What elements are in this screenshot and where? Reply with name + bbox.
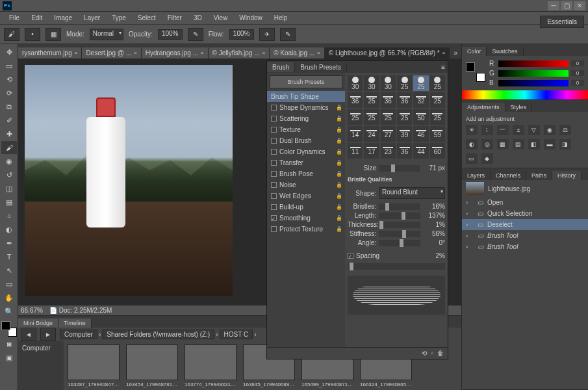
spacing-value[interactable]: 2%	[423, 252, 445, 259]
adj-photo-filter-icon[interactable]: ◎	[481, 139, 493, 150]
tablet-pressure-icon[interactable]: ✎	[280, 28, 296, 41]
brush-tip[interactable]: 60	[430, 143, 445, 159]
breadcrumb-item[interactable]: Shared Folders (\\vmware-host) (Z:)	[102, 330, 214, 339]
history-state[interactable]: ▫▭Quick Selection	[462, 208, 588, 219]
brush-tip[interactable]: 25	[430, 92, 445, 108]
close-button[interactable]: ✕	[574, 1, 585, 10]
minimize-button[interactable]: ─	[548, 1, 559, 10]
adj-brightness-icon[interactable]: ☀	[466, 125, 478, 135]
screen-mode-icon[interactable]: ▣	[1, 351, 17, 364]
brush-tip[interactable]: 25	[348, 109, 363, 125]
history-state[interactable]: ▫▭Deselect	[462, 219, 588, 230]
tab-adjustments[interactable]: Adjustments	[462, 103, 505, 112]
brush-tip[interactable]: 24	[364, 126, 379, 142]
brush-tip[interactable]: 17	[364, 143, 379, 159]
workspace-switcher[interactable]: Essentials	[540, 16, 584, 28]
thumbnail[interactable]	[68, 344, 120, 380]
adj-bw-icon[interactable]: ◐	[466, 139, 478, 150]
lock-icon[interactable]: 🔒	[336, 138, 342, 144]
brush-option[interactable]: Noise🔒	[267, 179, 345, 190]
menu-filter[interactable]: Filter	[162, 13, 187, 23]
history-state[interactable]: ▫▭Brush Tool	[462, 241, 588, 252]
option-checkbox[interactable]	[271, 138, 277, 144]
option-checkbox[interactable]	[271, 204, 277, 210]
flow-input[interactable]: 100%	[229, 29, 254, 40]
airbrush-icon[interactable]: ✈	[259, 28, 275, 41]
menu-view[interactable]: View	[209, 13, 233, 23]
close-tab-icon[interactable]: ×	[201, 50, 204, 56]
option-checkbox[interactable]	[271, 127, 277, 133]
lock-icon[interactable]: 🔒	[336, 182, 342, 188]
option-checkbox[interactable]	[271, 149, 277, 155]
option-checkbox[interactable]	[271, 171, 277, 177]
brush-tip[interactable]: 27	[381, 126, 396, 142]
adj-vibrance-icon[interactable]: ▽	[528, 125, 540, 135]
color-swatches[interactable]	[1, 321, 17, 337]
adj-gradient-map-icon[interactable]: ▭	[466, 153, 478, 164]
tab-swatches[interactable]: Swatches	[487, 47, 523, 56]
brush-tip[interactable]: 36	[381, 92, 396, 108]
adj-selective-icon[interactable]: ◆	[481, 153, 493, 164]
menu-select[interactable]: Select	[133, 13, 161, 23]
tab-styles[interactable]: Styles	[505, 103, 533, 112]
zoom-tool[interactable]: 🔍	[1, 305, 17, 318]
brush-option[interactable]: Brush Tip Shape	[267, 91, 345, 102]
slider[interactable]	[379, 240, 420, 246]
brush-option[interactable]: Scattering🔒	[267, 113, 345, 124]
tab-brush[interactable]: Brush	[267, 62, 295, 72]
option-checkbox[interactable]	[271, 182, 277, 188]
history-brush-tool[interactable]: ↺	[1, 168, 17, 181]
brush-tip[interactable]: 36	[397, 92, 412, 108]
quick-mask-icon[interactable]: ◙	[1, 337, 17, 350]
slider-value[interactable]: 16%	[423, 203, 445, 210]
brush-tip[interactable]: 25	[413, 75, 428, 91]
brush-tip[interactable]: 59	[430, 126, 445, 142]
tab-brush-presets[interactable]: Brush Presets	[295, 62, 347, 72]
document-tab[interactable]: © Lighthouse.jpg @ 66.7% (RGB/8#) *×	[325, 47, 450, 58]
option-checkbox[interactable]	[271, 226, 277, 232]
brush-tip[interactable]: 25	[364, 92, 379, 108]
document-tab[interactable]: © Jellyfish.jpg ...×	[209, 47, 270, 58]
brush-option[interactable]: Dual Brush🔒	[267, 135, 345, 146]
doc-info[interactable]: 📄 Doc: 2.25M/2.25M	[49, 307, 112, 314]
tab-paths[interactable]: Paths	[526, 171, 552, 180]
blur-tool[interactable]: ○	[1, 209, 17, 222]
brush-option[interactable]: Wet Edges🔒	[267, 190, 345, 202]
tab-layers[interactable]: Layers	[462, 171, 491, 180]
adj-invert-icon[interactable]: ◧	[528, 139, 540, 150]
lock-icon[interactable]: 🔒	[336, 105, 342, 110]
option-checkbox[interactable]	[271, 215, 277, 221]
healing-tool[interactable]: ✚	[1, 127, 17, 140]
menu-type[interactable]: Type	[107, 13, 131, 23]
slider-value[interactable]: 1%	[423, 221, 445, 228]
adj-balance-icon[interactable]: ⚖	[559, 125, 571, 135]
brush-tip[interactable]: 30	[364, 75, 379, 91]
color-spectrum[interactable]	[462, 90, 588, 99]
panel-menu-icon[interactable]: ≡	[439, 64, 448, 71]
option-checkbox[interactable]	[271, 116, 277, 122]
brush-tip[interactable]: 36	[348, 92, 363, 108]
menu-help[interactable]: Help	[269, 13, 293, 23]
toggle-preview-icon[interactable]: ⟲	[422, 350, 427, 357]
tab-mini-bridge[interactable]: Mini Bridge	[18, 318, 58, 328]
brush-tip[interactable]: 46	[413, 126, 428, 142]
adj-hue-icon[interactable]: ◉	[544, 125, 556, 135]
new-brush-icon[interactable]: ▫	[431, 350, 433, 357]
adj-curves-icon[interactable]: 〰	[497, 125, 509, 135]
brush-tip[interactable]: 25	[381, 109, 396, 125]
slider[interactable]	[379, 203, 420, 210]
option-checkbox[interactable]	[271, 105, 277, 110]
document-tab[interactable]: rysanthemum.jpg×	[18, 47, 82, 58]
tab-history[interactable]: History	[552, 171, 582, 180]
lock-icon[interactable]: 🔒	[336, 149, 342, 155]
lock-icon[interactable]: 🔒	[336, 226, 342, 232]
close-tab-icon[interactable]: ×	[134, 50, 137, 56]
spacing-checkbox[interactable]	[348, 253, 353, 259]
brush-panel-toggle[interactable]: ▦	[45, 28, 61, 41]
brush-tip[interactable]: 25	[430, 109, 445, 125]
close-tab-icon[interactable]: ×	[75, 50, 78, 56]
tab-timeline[interactable]: Timeline	[58, 318, 92, 328]
brush-option[interactable]: Brush Pose🔒	[267, 168, 345, 179]
marquee-tool[interactable]: ▭	[1, 59, 17, 72]
thumbnail[interactable]	[185, 344, 236, 380]
